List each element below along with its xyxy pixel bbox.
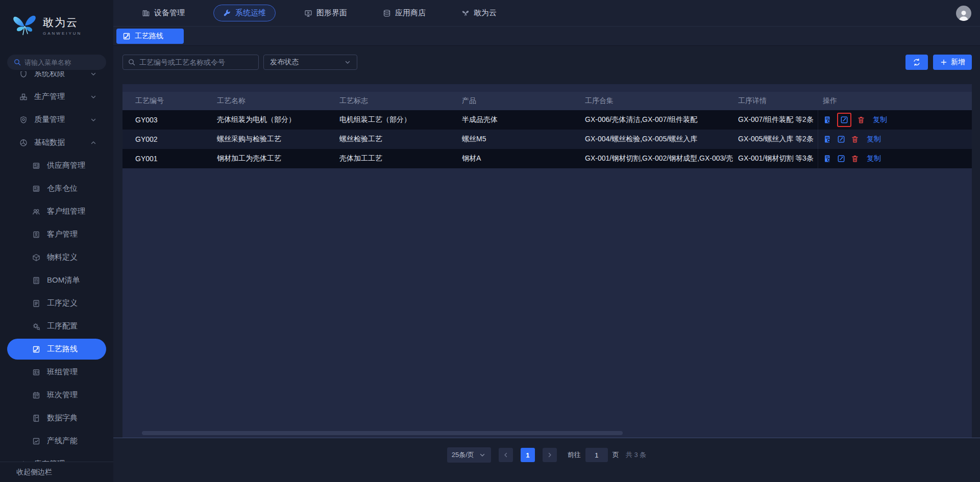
table-header-row: 工艺编号工艺名称工艺标志产品工序合集工序详情操作 [122,92,972,110]
sidebar-item-18[interactable]: 库存管理 [0,452,113,462]
search-icon [13,58,21,66]
topnav-item-4[interactable]: 应用商店 [376,5,433,21]
goto-page-input[interactable] [585,448,608,462]
topnav-label: 应用商店 [395,8,426,18]
cell-actions: 复制 [818,130,972,149]
chevron-up-icon [89,139,97,147]
topnav-item-1[interactable]: 设备管理 [135,5,192,21]
view-detail-button[interactable] [823,135,831,143]
refresh-table-button[interactable] [905,55,928,70]
sidebar-item-label: 工序定义 [47,298,78,308]
sidebar-item-5[interactable]: 供应商管理 [0,154,113,177]
calendar-icon [32,391,40,399]
topnav-item-3[interactable]: 图形界面 [297,5,354,21]
edit-button[interactable] [837,155,845,163]
user-avatar[interactable] [956,6,971,21]
sidebar-item-label: 基础数据 [34,138,65,147]
delete-button[interactable] [857,116,865,124]
sidebar-item-10[interactable]: BOM清单 [0,269,113,292]
current-page-button[interactable]: 1 [521,448,535,462]
sidebar-item-11[interactable]: 工序定义 [0,292,113,315]
view-detail-button[interactable] [823,155,831,163]
sidebar-item-8[interactable]: 客户管理 [0,223,113,246]
view-detail-button[interactable] [823,116,831,124]
cell-code: GY001 [122,155,217,163]
sidebar-item-label: 仓库仓位 [47,184,78,193]
sidebar-item-3[interactable]: 质量管理 [0,108,113,131]
tab-process-route[interactable]: 工艺路线 [116,29,184,44]
sidebar: 敢为云 GANWEIYUN 系统权限生产管理质量管理基础数据供应商管理仓库仓位客… [0,0,113,482]
brand-icon [461,9,470,17]
edit-button[interactable] [837,135,845,143]
chevron-left-icon [502,451,510,459]
cell-flag: 螺丝检验工艺 [339,135,462,144]
sidebar-item-label: 数据字典 [47,413,78,423]
sidebar-item-13[interactable]: 工艺路线 [7,339,106,360]
chevron-down-icon [89,116,97,124]
gear-search-icon [32,322,40,331]
sidebar-item-4[interactable]: 基础数据 [0,131,113,154]
copy-link[interactable]: 复制 [867,135,881,144]
sidebar-item-2[interactable]: 生产管理 [0,85,113,108]
main-content: 发布状态 新增 工艺编号工艺名称工艺标志产品工序合集工序详情操作 GY003壳体… [113,46,980,482]
table-row-GY003: GY003壳体组装为电机（部分）电机组装工艺（部分）半成品壳体GX-006/壳体… [122,110,972,130]
topnav-label: 敢为云 [474,8,497,18]
sidebar-item-label: 生产管理 [34,92,65,102]
topnav-item-5[interactable]: 敢为云 [454,5,504,21]
goto-label: 前往 [568,450,581,460]
sidebar-item-label: 产线产能 [47,436,78,446]
sidebar-item-7[interactable]: 客户组管理 [0,200,113,223]
topnav-item-2[interactable]: 系统运维 [213,5,276,21]
topnav-label: 系统运维 [235,8,266,18]
search-icon [128,58,136,66]
edit-button[interactable] [840,116,848,124]
column-header-3: 工艺标志 [339,96,462,106]
chevron-down-icon [344,58,352,66]
sidebar-item-1[interactable]: 系统权限 [0,71,113,85]
add-button-label: 新增 [951,58,965,67]
cell-name: 壳体组装为电机（部分） [217,115,339,124]
column-header-4: 产品 [462,96,585,106]
cell-flag: 电机组装工艺（部分） [339,115,462,124]
menu-search-input[interactable] [7,55,106,70]
monitor-icon [304,9,312,17]
table-row-GY001: GY001钢材加工为壳体工艺壳体加工工艺钢材AGX-001/钢材切割,GX-00… [122,149,972,168]
publish-status-select[interactable]: 发布状态 [263,55,357,70]
page-unit-label: 页 [612,450,619,460]
cell-detail: GX-005/螺丝入库 等2条 [738,135,818,144]
sidebar-item-16[interactable]: 数据字典 [0,407,113,429]
copy-link[interactable]: 复制 [867,154,881,163]
doc-icon [32,299,40,308]
add-button[interactable]: 新增 [933,55,972,70]
sidebar-item-15[interactable]: 班次管理 [0,384,113,407]
copy-link[interactable]: 复制 [873,115,887,124]
sidebar-item-6[interactable]: 仓库仓位 [0,177,113,200]
prev-page-button[interactable] [499,448,513,462]
process-search [122,55,259,70]
cell-product: 螺丝M5 [462,135,585,144]
sidebar-item-14[interactable]: 班组管理 [0,361,113,384]
sidebar-item-label: 供应商管理 [47,161,85,170]
sidebar-item-17[interactable]: 产线产能 [0,429,113,452]
delete-button[interactable] [851,155,859,163]
collapse-sidebar-button[interactable]: 收起侧边栏 [0,462,113,482]
annotation-highlight-box [837,113,851,127]
sidebar-item-9[interactable]: 物料定义 [0,246,113,269]
delete-button[interactable] [851,135,859,143]
process-search-input[interactable] [122,55,259,70]
brand-name: 敢为云 [43,15,82,30]
tab-label: 工艺路线 [135,32,163,41]
column-header-6: 工序详情 [738,96,818,106]
brand-subtitle: GANWEIYUN [43,31,82,36]
table-row-GY002: GY002螺丝采购与检验工艺螺丝检验工艺螺丝M5GX-004/螺丝检验,GX-0… [122,130,972,149]
page-size-select[interactable]: 25条/页 [447,447,491,463]
next-page-button[interactable] [543,448,557,462]
sync-icon [913,58,921,66]
sidebar-item-12[interactable]: 工序配置 [0,315,113,338]
horizontal-scrollbar[interactable] [142,431,623,435]
top-nav: 设备管理系统运维图形界面应用商店敢为云 [113,0,980,27]
capacity-icon [32,437,40,445]
sidebar-menu-search [7,55,106,70]
filter-bar: 发布状态 新增 [122,55,972,70]
butterfly-logo-icon [11,13,38,38]
